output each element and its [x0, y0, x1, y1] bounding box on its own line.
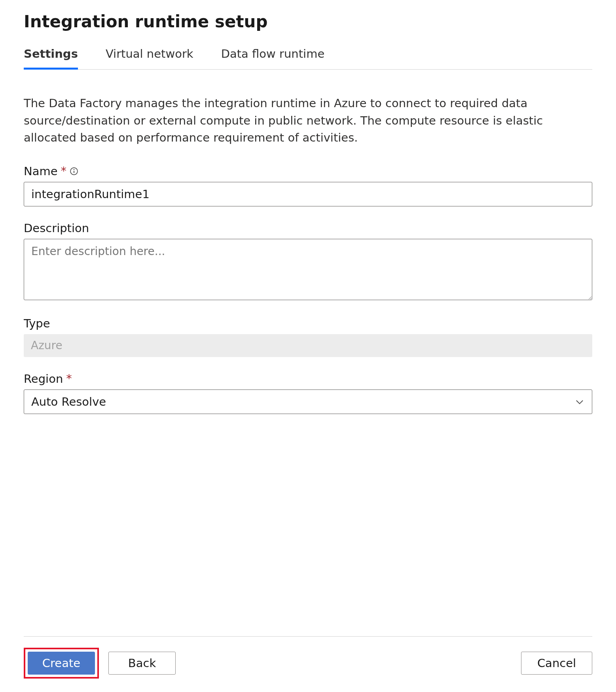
field-type: Type Azure	[24, 317, 592, 357]
integration-runtime-setup-panel: Integration runtime setup Settings Virtu…	[0, 0, 616, 692]
field-name: Name *	[24, 164, 592, 206]
region-label-row: Region *	[24, 372, 592, 386]
spacer	[24, 429, 592, 637]
tab-data-flow-runtime[interactable]: Data flow runtime	[221, 47, 325, 70]
info-icon[interactable]	[70, 167, 78, 176]
name-label: Name	[24, 164, 58, 178]
description-label-row: Description	[24, 221, 592, 235]
cancel-button[interactable]: Cancel	[521, 652, 592, 675]
tabs: Settings Virtual network Data flow runti…	[24, 47, 592, 70]
tab-settings[interactable]: Settings	[24, 47, 78, 70]
page-title: Integration runtime setup	[24, 12, 592, 31]
region-label: Region	[24, 372, 63, 386]
tab-description: The Data Factory manages the integration…	[24, 95, 592, 147]
type-label: Type	[24, 317, 50, 330]
back-button[interactable]: Back	[108, 652, 176, 675]
name-required-marker: *	[61, 165, 67, 177]
type-readonly-value: Azure	[24, 334, 592, 357]
footer: Create Back Cancel	[24, 636, 592, 692]
type-label-row: Type	[24, 317, 592, 330]
region-selected-value: Auto Resolve	[31, 395, 106, 408]
description-textarea[interactable]	[24, 239, 592, 300]
svg-point-2	[74, 169, 74, 170]
region-select[interactable]: Auto Resolve	[24, 389, 592, 414]
name-input[interactable]	[24, 182, 592, 206]
description-label: Description	[24, 221, 89, 235]
create-highlight: Create	[24, 648, 99, 679]
field-region: Region * Auto Resolve	[24, 372, 592, 414]
chevron-down-icon	[574, 397, 585, 407]
name-label-row: Name *	[24, 164, 592, 178]
create-button[interactable]: Create	[28, 652, 95, 675]
tab-virtual-network[interactable]: Virtual network	[106, 47, 193, 70]
field-description: Description	[24, 221, 592, 302]
region-required-marker: *	[66, 373, 72, 384]
